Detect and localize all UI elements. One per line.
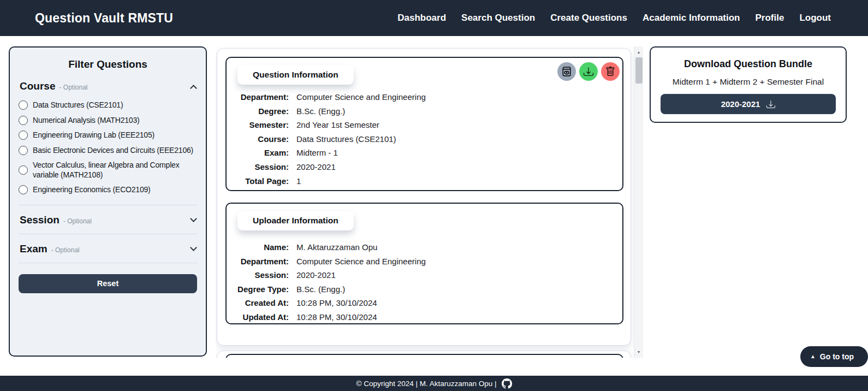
nav-links: Dashboard Search Question Create Questio… (397, 13, 831, 23)
delete-button[interactable] (601, 62, 620, 81)
info-row: Session: 2020-2021 (234, 162, 615, 172)
section-label: Exam (20, 243, 47, 255)
scrollbar[interactable]: ▲ ▼ (634, 46, 643, 358)
question-result-group: Question Information (217, 48, 631, 346)
course-option[interactable]: Basic Electronic Devices and Circuits (E… (19, 143, 197, 158)
filter-title: Filter Questions (19, 58, 197, 70)
scrollbar-thumb[interactable] (635, 57, 643, 84)
course-option[interactable]: Engineering Drawing Lab (EEE2105) (19, 128, 197, 143)
footer: © Copyright 2024 | M. Aktaruzzaman Opu | (0, 376, 868, 391)
nav-search-question[interactable]: Search Question (461, 13, 535, 23)
nav-logout[interactable]: Logout (799, 13, 831, 23)
info-row: Name: M. Aktaruzzaman Opu (234, 242, 615, 252)
bundle-subtitle: Midterm 1 + Midterm 2 + Semester Final (661, 77, 836, 87)
uploader-info-rows: Name: M. Aktaruzzaman Opu Department: Co… (234, 242, 615, 326)
divider (19, 234, 197, 234)
chevron-up-icon (190, 85, 197, 92)
course-checkbox[interactable] (19, 131, 28, 140)
section-optional: - Optional (63, 217, 92, 225)
course-option[interactable]: Engineering Economics (ECO2109) (19, 182, 197, 198)
section-label: Session (20, 214, 60, 226)
course-checkbox[interactable] (19, 185, 28, 194)
go-to-top-label: Go to top (820, 352, 854, 361)
nav-profile[interactable]: Profile (756, 13, 784, 23)
course-option-label: Engineering Drawing Lab (EEE2105) (33, 131, 154, 140)
filter-section-session[interactable]: Session - Optional (20, 214, 196, 226)
download-bundle-panel: Download Question Bundle Midterm 1 + Mid… (650, 46, 847, 123)
page: Question Vault RMSTU Dashboard Search Qu… (0, 0, 868, 391)
info-row: Created At: 10:28 PM, 30/10/2024 (234, 298, 615, 308)
course-checkbox[interactable] (19, 116, 28, 125)
card-title-badge: Question Information (237, 65, 354, 85)
course-option[interactable]: Vector Calculus, linear Algebra and Comp… (19, 158, 197, 182)
info-row: Updated At: 10:28 PM, 30/10/2024 (234, 312, 615, 322)
download-button[interactable] (579, 62, 598, 81)
info-row: Department: Computer Science and Enginee… (234, 92, 615, 102)
course-checkbox[interactable] (19, 165, 28, 175)
filter-panel: Filter Questions Course - Optional Data … (9, 46, 207, 357)
card-title-badge: Uploader Information (237, 211, 354, 230)
course-list: Data Structures (CSE2101) Numerical Anal… (19, 98, 197, 198)
course-checkbox[interactable] (19, 146, 28, 155)
info-row: Course: Data Structures (CSE2101) (234, 134, 615, 144)
question-info-rows: Department: Computer Science and Enginee… (234, 92, 615, 189)
scrollbar-up-arrow[interactable]: ▲ (634, 48, 643, 56)
app-brand[interactable]: Question Vault RMSTU (35, 11, 173, 26)
course-option-label: Vector Calculus, linear Algebra and Comp… (33, 161, 197, 180)
course-option[interactable]: Numerical Analysis (MATH2103) (19, 113, 197, 128)
info-row: Semester: 2nd Year 1st Semester (234, 120, 615, 130)
filter-section-exam[interactable]: Exam - Optional (20, 243, 196, 255)
info-row: Degree Type: B.Sc. (Engg.) (234, 284, 615, 294)
reset-button[interactable]: Reset (19, 274, 197, 293)
info-row: Degree: B.Sc. (Engg.) (234, 106, 615, 116)
go-to-top-button[interactable]: ▲ Go to top (800, 346, 868, 367)
question-results-region: Question Information (216, 46, 643, 358)
nav-dashboard[interactable]: Dashboard (397, 13, 446, 23)
filter-section-course[interactable]: Course - Optional (20, 80, 196, 92)
preview-button[interactable] (557, 62, 576, 81)
section-label: Course (20, 80, 55, 92)
trash-icon (605, 67, 615, 76)
bundle-session-label: 2020-2021 (721, 99, 760, 109)
course-option-label: Numerical Analysis (MATH2103) (33, 116, 139, 126)
copyright-text: © Copyright 2024 | M. Aktaruzzaman Opu | (356, 380, 496, 388)
bundle-title: Download Question Bundle (661, 58, 836, 70)
info-row: Session: 2020-2021 (234, 270, 615, 280)
course-option-label: Data Structures (CSE2101) (33, 100, 123, 110)
download-icon (766, 100, 775, 109)
card-actions (557, 62, 620, 81)
divider (19, 205, 197, 205)
navbar: Question Vault RMSTU Dashboard Search Qu… (0, 0, 868, 36)
preview-eye-icon (561, 66, 572, 77)
github-link[interactable] (502, 378, 512, 389)
divider (19, 263, 197, 263)
info-row: Total Page: 1 (234, 176, 615, 186)
course-option[interactable]: Data Structures (CSE2101) (19, 98, 197, 113)
section-optional: - Optional (59, 84, 87, 91)
github-icon (502, 378, 512, 389)
nav-academic-information[interactable]: Academic Information (643, 13, 740, 23)
bundle-download-button[interactable]: 2020-2021 (661, 94, 836, 114)
section-optional: - Optional (51, 246, 80, 254)
course-checkbox[interactable] (19, 100, 28, 110)
chevron-down-icon (190, 215, 197, 222)
caret-up-icon: ▲ (810, 353, 816, 359)
chevron-down-icon (190, 244, 197, 251)
course-option-label: Engineering Economics (ECO2109) (33, 185, 151, 195)
course-option-label: Basic Electronic Devices and Circuits (E… (33, 146, 193, 156)
info-row: Exam: Midterm - 1 (234, 147, 615, 158)
question-info-card: Question Information (225, 57, 623, 191)
nav-create-questions[interactable]: Create Questions (550, 13, 627, 23)
info-row: Department: Computer Science and Enginee… (234, 256, 615, 266)
uploader-info-card: Uploader Information Name: M. Aktaruzzam… (225, 203, 623, 324)
question-result-group-next (217, 351, 631, 358)
download-icon (584, 67, 593, 76)
question-info-card-next (225, 354, 623, 358)
scrollbar-down-arrow[interactable]: ▼ (634, 348, 643, 356)
